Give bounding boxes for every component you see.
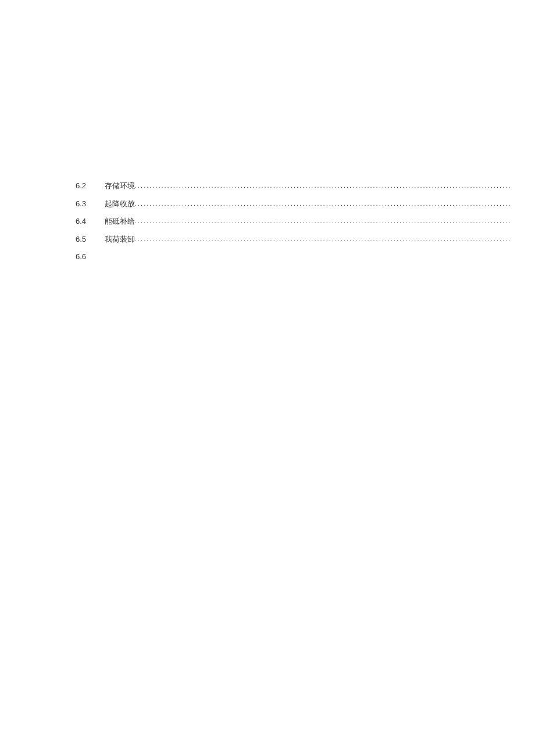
- toc-number: 6.3: [76, 198, 105, 210]
- toc-entry: 6.6: [76, 251, 512, 263]
- toc-title: 起降收放: [105, 198, 135, 210]
- toc-leader: [135, 216, 512, 226]
- toc-entry: 6.4 能砥补给: [76, 216, 512, 227]
- toc-title: 能砥补给: [105, 216, 135, 227]
- toc-number: 6.4: [76, 216, 105, 227]
- toc-leader: [135, 199, 512, 209]
- toc-title: 我荷装卸: [105, 234, 135, 245]
- toc-entry: 6.5 我荷装卸: [76, 234, 512, 245]
- toc-entry: 6.3 起降收放: [76, 198, 512, 210]
- toc-number: 6.2: [76, 180, 105, 192]
- toc-leader: [135, 234, 512, 244]
- toc-container: 6.2 存储环境 6.3 起降收放 6.4 能砥补给 6.5 我荷装卸 6.6: [76, 180, 512, 263]
- toc-number: 6.5: [76, 234, 105, 245]
- toc-entry: 6.2 存储环境: [76, 180, 512, 192]
- toc-number: 6.6: [76, 251, 105, 263]
- toc-leader: [135, 181, 512, 191]
- toc-title: 存储环境: [105, 180, 135, 192]
